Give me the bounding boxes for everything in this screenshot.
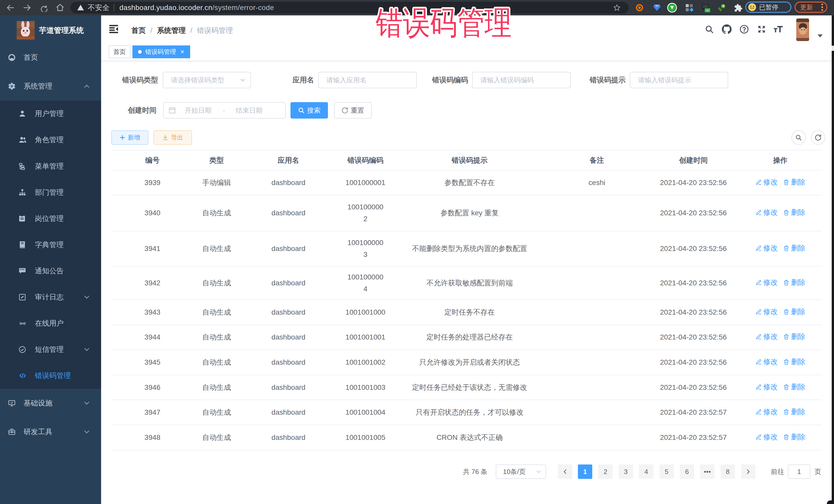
svg-text:on: on <box>706 9 709 12</box>
